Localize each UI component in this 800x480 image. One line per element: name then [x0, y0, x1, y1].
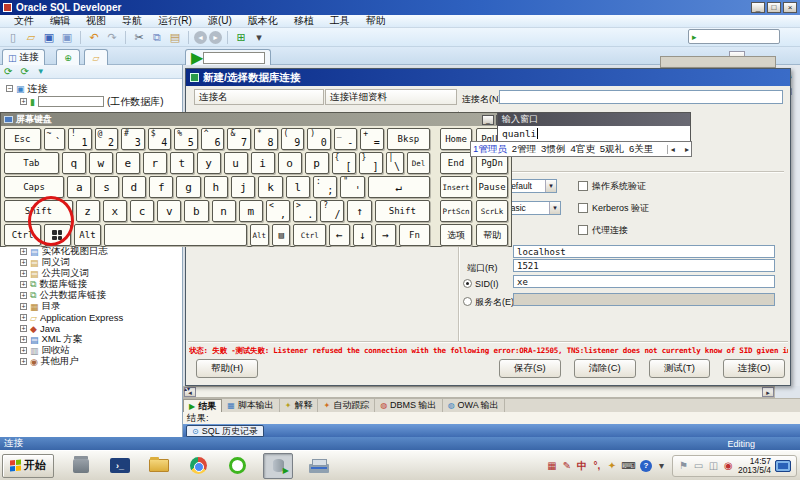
- key-n[interactable]: n: [212, 200, 236, 222]
- key-f[interactable]: f: [149, 176, 173, 198]
- results-tab-1[interactable]: ▦脚本输出: [222, 399, 280, 412]
- menu-item-8[interactable]: 工具: [322, 14, 358, 28]
- tray-ime-icon-6[interactable]: ?: [640, 460, 652, 472]
- key-y[interactable]: y: [197, 152, 221, 174]
- taskbar-app-file-manager[interactable]: [146, 454, 172, 478]
- cut-icon[interactable]: ✂: [131, 30, 147, 45]
- save-icon[interactable]: ▣: [41, 30, 57, 45]
- key-pause[interactable]: Pause: [476, 176, 508, 198]
- tree-item-9[interactable]: +▥回收站: [0, 345, 182, 356]
- expand-icon[interactable]: +: [20, 270, 27, 277]
- ime-candidate-4[interactable]: 5观礼: [600, 143, 624, 154]
- partial-combobox[interactable]: [660, 56, 776, 68]
- taskbar-app-browser360[interactable]: [224, 454, 250, 478]
- tray-sys-icon-0[interactable]: ⚑: [678, 460, 689, 472]
- service-name-input[interactable]: [513, 293, 775, 306]
- checkbox-box[interactable]: [578, 203, 588, 213]
- hostname-input[interactable]: localhost: [513, 245, 775, 258]
- key-ctrl[interactable]: Ctrl: [293, 224, 325, 246]
- tray-ime-icon-5[interactable]: ⌨: [621, 460, 635, 472]
- key-sym-61[interactable]: +=: [360, 128, 384, 150]
- keyboard-title-bar[interactable]: 屏幕键盘 _ □: [1, 113, 511, 126]
- commit-icon[interactable]: ⊞: [233, 30, 249, 45]
- menu-item-7[interactable]: 移植: [286, 14, 322, 28]
- key-h[interactable]: h: [204, 176, 228, 198]
- menu-item-6[interactable]: 版本化: [240, 14, 286, 28]
- right-arrow-key[interactable]: →: [375, 224, 396, 246]
- refresh-icon[interactable]: ⟳: [4, 67, 12, 77]
- menu-item-1[interactable]: 编辑: [42, 14, 78, 28]
- tray-ime-icon-2[interactable]: 中: [576, 460, 587, 472]
- key-5[interactable]: %5: [174, 128, 198, 150]
- scroll-right-icon[interactable]: ▸: [762, 387, 774, 397]
- tree-item-7[interactable]: +◆Java: [0, 323, 182, 334]
- taskbar-app-powershell[interactable]: ›_: [107, 454, 133, 478]
- key-x[interactable]: x: [103, 200, 127, 222]
- tray-sys-icon-2[interactable]: ◫: [708, 460, 719, 472]
- down-arrow-key[interactable]: ↓: [353, 224, 373, 246]
- keyboard-minimize-button[interactable]: _: [482, 115, 494, 125]
- restore-button[interactable]: □: [767, 2, 781, 13]
- menu-item-0[interactable]: 文件: [6, 14, 42, 28]
- sid-input[interactable]: xe: [513, 275, 775, 288]
- key-scrlk[interactable]: ScrLk: [476, 200, 508, 222]
- save-button[interactable]: 保存(S): [499, 359, 561, 378]
- taskbar-app-printer[interactable]: [306, 454, 332, 478]
- key-sym-91[interactable]: {[: [332, 152, 356, 174]
- combo-arrow-icon[interactable]: ▾: [549, 202, 560, 214]
- clock[interactable]: 14:57 2013/5/4: [738, 457, 771, 475]
- tree-item-4[interactable]: +⧉公共数据库链接: [0, 290, 182, 301]
- results-tab-5[interactable]: ◍OWA 输出: [443, 399, 505, 412]
- copy-icon[interactable]: ⧉: [149, 30, 165, 45]
- key-1[interactable]: !1: [68, 128, 92, 150]
- key-shift[interactable]: Shift: [4, 200, 73, 222]
- connection-selector-box[interactable]: ▸: [688, 29, 780, 44]
- key-sym-59[interactable]: :;: [313, 176, 337, 198]
- key-tab[interactable]: Tab: [4, 152, 59, 174]
- key-home[interactable]: Home: [440, 128, 472, 150]
- tree-item-8[interactable]: +▤XML 方案: [0, 334, 182, 345]
- key-d[interactable]: d: [122, 176, 146, 198]
- expand-icon[interactable]: +: [20, 336, 27, 343]
- windows-key[interactable]: [44, 224, 71, 246]
- expand-icon[interactable]: +: [20, 347, 27, 354]
- key-z[interactable]: z: [76, 200, 100, 222]
- combo-arrow-icon[interactable]: ▾: [545, 180, 556, 192]
- menu-item-9[interactable]: 帮助: [358, 14, 394, 28]
- ime-candidate-1[interactable]: 2管理: [512, 143, 536, 154]
- key-a[interactable]: a: [67, 176, 91, 198]
- key-sym-93[interactable]: }]: [359, 152, 383, 174]
- key-q[interactable]: q: [62, 152, 86, 174]
- key-8[interactable]: *8: [254, 128, 278, 150]
- ime-candidate-5[interactable]: 6关里: [629, 143, 653, 154]
- key-sym-44[interactable]: <,: [266, 200, 290, 222]
- key-sym-46[interactable]: >.: [293, 200, 317, 222]
- redo-icon[interactable]: ↷: [104, 30, 120, 45]
- key-l[interactable]: l: [286, 176, 310, 198]
- close-button[interactable]: ×: [783, 2, 797, 13]
- key-alt[interactable]: Alt: [250, 224, 270, 246]
- key-7[interactable]: &7: [227, 128, 251, 150]
- tray-ime-icon-0[interactable]: ▦: [546, 460, 557, 472]
- key-p[interactable]: p: [305, 152, 329, 174]
- checkbox-box[interactable]: [578, 225, 588, 235]
- filter-icon[interactable]: ▼: [37, 67, 45, 77]
- candidate-next-icon[interactable]: ▸: [683, 145, 689, 154]
- key-2[interactable]: @2: [95, 128, 119, 150]
- tree-item-2[interactable]: +▤公共同义词: [0, 268, 182, 279]
- test-button[interactable]: 测试(T): [649, 359, 711, 378]
- dialog-title-bar[interactable]: 新建/选择数据库连接: [186, 69, 790, 86]
- column-header-connection-name[interactable]: 连接名: [194, 89, 324, 105]
- menu-item-4[interactable]: 运行(R): [150, 14, 200, 28]
- key-0[interactable]: )0: [307, 128, 331, 150]
- tray-ime-icon-3[interactable]: °,: [591, 460, 602, 472]
- enter-key[interactable]: ↵: [368, 176, 430, 198]
- open-folder-icon[interactable]: ▱: [23, 30, 39, 45]
- key-4[interactable]: $4: [148, 128, 172, 150]
- ime-title-bar[interactable]: 输入窗口: [498, 113, 690, 126]
- new-file-icon[interactable]: ▯: [5, 30, 21, 45]
- forward-icon[interactable]: ►: [209, 31, 222, 44]
- toolbar-dropdown-icon[interactable]: ▾: [251, 30, 267, 45]
- expand-icon[interactable]: +: [20, 358, 27, 365]
- horizontal-scrollbar[interactable]: ◂ ▸: [183, 386, 775, 398]
